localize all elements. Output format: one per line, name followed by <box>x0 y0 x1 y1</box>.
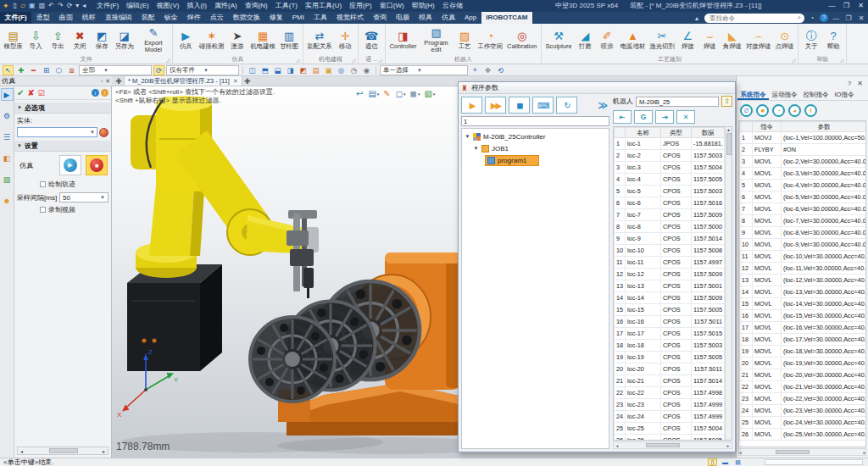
toolbar-icon[interactable]: ✥ <box>482 65 493 75</box>
table-row[interactable]: 17MOVL(loc-16,Vel=30.00000,Acc=40. <box>740 322 867 334</box>
table-row[interactable]: 1loc-1JPOS-15.88181, <box>615 138 725 150</box>
status-toggle-icon[interactable]: ▬ <box>721 458 730 466</box>
table-row[interactable]: 6loc-6CPOS1157.5016 <box>615 197 725 209</box>
toolbar-icon[interactable]: ⌖ <box>470 65 481 75</box>
instruction-tool-icon[interactable]: ◕ <box>788 104 801 117</box>
group-launcher-icon[interactable]: ◿ <box>166 57 170 63</box>
instruction-tool-icon[interactable]: ■ <box>756 104 769 117</box>
ribbon-button[interactable]: ∠焊接 <box>676 30 698 50</box>
ribbon-tab[interactable]: 电极 <box>391 12 414 24</box>
menu-item[interactable]: 查询(N) <box>241 0 271 12</box>
ribbon-button[interactable]: ✛移动 <box>334 30 356 50</box>
toolbar-icon[interactable]: ━ <box>28 65 39 75</box>
panel-close-icon[interactable]: ✕ <box>857 80 863 87</box>
instruction-tab[interactable]: 控制指令 <box>800 88 832 100</box>
ribbon-tab[interactable]: 焊件 <box>182 12 205 24</box>
panel-close-icon[interactable]: ✕ <box>105 78 110 85</box>
doc-restore-icon[interactable]: ❐ <box>843 14 854 22</box>
ribbon-button[interactable]: ⌢对接焊缝 <box>743 30 773 50</box>
info-icon[interactable]: i <box>92 89 99 97</box>
group-launcher-icon[interactable]: ◿ <box>296 57 300 63</box>
pin-icon[interactable]: ▴ <box>692 14 702 22</box>
ribbon-tab[interactable]: 模具 <box>414 12 437 24</box>
location-table-vscrollbar[interactable]: ▲ <box>725 127 732 440</box>
ribbon-button[interactable]: ✂激光切割 <box>648 30 677 50</box>
table-row[interactable]: 9MOVL(loc-8,Vel=30.00000,Acc=40.0 <box>740 227 867 239</box>
entity-pick-button[interactable] <box>99 128 108 137</box>
ribbon-button[interactable]: ◣角焊缝 <box>721 30 743 50</box>
ribbon-tab[interactable]: 钣金 <box>159 12 182 24</box>
ribbon-tab[interactable]: IROBOTCAM <box>481 12 532 24</box>
table-row[interactable]: 20MOVL(loc-19,Vel=30.00000,Acc=40. <box>740 358 867 369</box>
ribbon-button[interactable]: ⇄装配关系 <box>305 30 335 50</box>
toolbar-icon[interactable]: ◩ <box>298 65 309 75</box>
group-launcher-icon[interactable]: ◿ <box>352 57 356 63</box>
tree-node-program[interactable]: program1 <box>465 154 609 166</box>
ribbon-button[interactable]: ✎Export Model <box>136 26 170 53</box>
status-toggle-icon[interactable]: ▤ <box>733 458 743 466</box>
menu-item[interactable]: 应用(P) <box>346 0 376 12</box>
help-icon[interactable]: ? <box>820 14 828 22</box>
toolbar-icon[interactable]: ◨ <box>285 65 296 75</box>
group-launcher-icon[interactable]: ◿ <box>378 57 382 63</box>
table-row[interactable]: 19loc-19CPOS1157.5005 <box>615 352 725 363</box>
ribbon-button[interactable]: ▤模型库 <box>2 30 25 50</box>
table-row[interactable]: 15loc-15CPOS1157.5005 <box>615 304 725 316</box>
ribbon-button[interactable]: ◨Controller <box>387 30 419 50</box>
ribbon-button[interactable]: ☎通信 <box>360 30 382 50</box>
tool-strip-icon[interactable]: ▶ <box>1 88 14 101</box>
tab-close-icon[interactable]: ✕ <box>233 78 238 85</box>
toolbar-icon[interactable]: ⬒ <box>259 65 270 75</box>
instruction-tool-icon[interactable]: ◔ <box>772 104 785 117</box>
collapse-icon[interactable]: ▼ <box>17 105 22 110</box>
table-row[interactable]: 10loc-10CPOS1157.5008 <box>615 245 725 257</box>
doc-minimize-icon[interactable]: — <box>831 14 841 22</box>
table-row[interactable]: 26MOVL(loc-25,Vel=30.00000,Acc=40. <box>740 429 867 441</box>
status-input-field[interactable] <box>765 459 863 465</box>
ribbon-tab[interactable]: 修复 <box>264 12 287 24</box>
table-row[interactable]: 12MOVL(loc-11,Vel=30.00000,Acc=40. <box>740 263 867 275</box>
step-counter-field[interactable]: 1 <box>461 116 609 126</box>
view-tool-icon[interactable]: ◻ <box>396 89 405 98</box>
tab-list-icon[interactable]: ✚ <box>114 77 124 86</box>
ribbon-button[interactable]: ▥甘特图 <box>277 30 300 50</box>
toolbar-icon[interactable]: ✚ <box>15 65 26 75</box>
menu-item[interactable]: 文件(F) <box>92 0 122 12</box>
table-row[interactable]: 13loc-13CPOS1157.5001 <box>615 280 725 292</box>
program-toolbar-button[interactable]: ▶▶ <box>485 97 506 114</box>
view-tool-icon[interactable]: ↩ <box>356 89 363 98</box>
menu-item[interactable]: 工具(T) <box>271 0 301 12</box>
toolbar-icon[interactable]: ↖ <box>3 65 14 75</box>
ribbon-tab[interactable]: 造型 <box>31 12 54 24</box>
quick-access-icon[interactable]: ▥ <box>39 0 46 12</box>
draw-track-checkbox[interactable] <box>40 181 46 187</box>
table-row[interactable]: 21MOVL(loc-20,Vel=30.00000,Acc=40. <box>740 369 867 381</box>
table-row[interactable]: 18MOVL(loc-17,Vel=30.00000,Acc=40. <box>740 334 867 346</box>
table-row[interactable]: 3MOVL(loc-2,Vel=30.00000,Acc=40.0 <box>740 156 867 168</box>
ribbon-tab[interactable]: 装配 <box>136 12 159 24</box>
group-launcher-icon[interactable]: ◿ <box>792 57 796 63</box>
toolbar-icon[interactable]: ≣ <box>66 65 77 75</box>
cancel-icon[interactable]: ✘ <box>27 88 34 97</box>
column-header-param[interactable]: 参数 <box>782 122 867 132</box>
sim-play-button[interactable]: ▶ <box>59 155 81 175</box>
instruction-tool-icon[interactable]: ∅ <box>740 104 753 117</box>
ribbon-tab[interactable]: 仿真 <box>437 12 459 24</box>
table-row[interactable]: 8MOVL(loc-7,Vel=30.00000,Acc=40.0 <box>740 215 867 227</box>
tool-strip-icon[interactable]: ▨ <box>1 173 14 186</box>
column-header[interactable] <box>740 122 753 132</box>
quick-access-icon[interactable]: ↷ <box>58 0 64 12</box>
ribbon-button[interactable]: ?帮助 <box>822 30 844 50</box>
ribbon-button[interactable]: ◪另存为 <box>113 30 136 50</box>
table-row[interactable]: 25MOVL(loc-24,Vel=30.00000,Acc=40. <box>740 417 867 429</box>
table-row[interactable]: 7loc-7CPOS1157.5009 <box>615 209 725 221</box>
table-row[interactable]: 19MOVL(loc-18,Vel=30.00000,Acc=40. <box>740 346 867 358</box>
ribbon-button[interactable]: ◢打磨 <box>574 30 596 50</box>
ribbon-button[interactable]: ⌣焊缝 <box>698 30 721 50</box>
table-row[interactable]: 11MOVL(loc-10,Vel=30.00000,Acc=40. <box>740 251 867 263</box>
toolbar-icon[interactable]: ⟲ <box>495 65 506 75</box>
new-tab-button[interactable]: ✚ <box>242 77 253 86</box>
ribbon-button[interactable]: ⇩导入 <box>25 30 47 50</box>
table-row[interactable]: 16MOVL(loc-15,Vel=30.00000,Acc=40. <box>740 310 867 322</box>
table-row[interactable]: 23MOVL(loc-22,Vel=30.00000,Acc=40. <box>740 393 867 405</box>
